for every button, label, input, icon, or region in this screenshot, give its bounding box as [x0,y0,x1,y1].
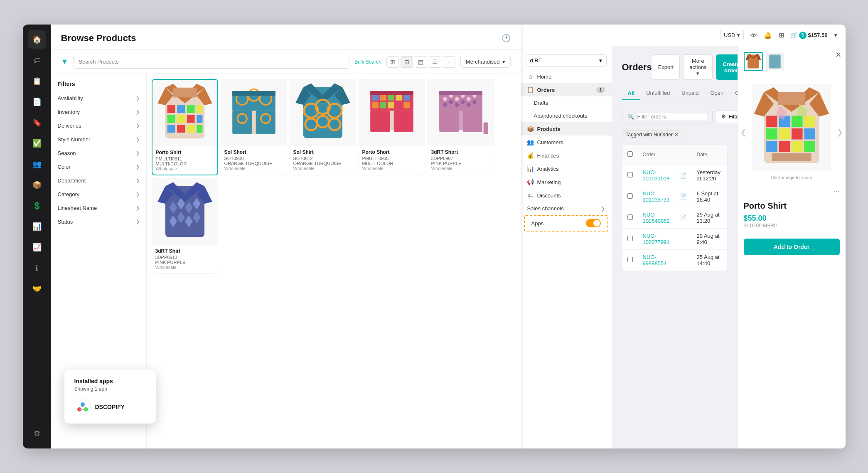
view-toggle-2col[interactable]: ⊞ [386,56,399,68]
view-toggle-compact[interactable]: ▤ [415,56,427,68]
product-card-porto-shirt[interactable]: Porto Shirt PMULTI0611 MULTI-COLOR Whole… [152,79,218,175]
tab-unfulfilled[interactable]: Unfulfilled [640,86,676,100]
sidebar-icon-box[interactable]: 📦 [28,176,46,194]
detail-close-button[interactable]: ✕ [835,50,841,59]
card-star-sol-short[interactable]: ★ [251,129,257,138]
create-order-button[interactable]: Create order [716,54,737,80]
cart-price: $157.50 [808,32,828,38]
view-toggle-list[interactable]: ☰ [429,56,441,68]
row1-checkbox[interactable] [627,172,633,177]
sidebar-icon-handshake[interactable]: 🤝 [28,280,46,298]
filter-department[interactable]: Department ❯ [51,174,146,187]
history-icon[interactable]: 🕐 [502,34,511,43]
card-name-sol-short: Sol Short [224,149,283,155]
orders-header: Orders Export More actions ▾ Create orde… [622,54,728,80]
view-toggle-detail[interactable]: ≡ [443,56,455,68]
row4-order-link[interactable]: NUO-100377991 [643,233,670,245]
store-selector[interactable]: d.RT ▾ [526,54,607,67]
tab-closed[interactable]: Closed [729,86,737,100]
view-toggle-3col[interactable]: ⊟ [401,56,413,68]
sidebar-icon-users[interactable]: 👥 [28,155,46,173]
row5-checkbox[interactable] [627,257,633,262]
orders-search-input[interactable] [637,113,707,120]
filter-availability[interactable]: Availability ❯ [51,91,146,105]
bulk-search-link[interactable]: Bulk Search [354,59,381,65]
add-to-order-button[interactable]: Add to Order [744,239,840,255]
filter-deliveries[interactable]: Deliveries ❯ [51,119,146,133]
detail-next-button[interactable]: ❯ [837,128,843,137]
sidebar-icon-info[interactable]: ℹ [28,259,46,277]
filter-deliveries-label: Deliveries [58,123,81,129]
nav-finances[interactable]: 💰 Finances [521,149,612,162]
row4-checkbox[interactable] [627,236,633,241]
sidebar-icon-dollar[interactable]: 💲 [28,197,46,215]
merchandised-dropdown[interactable]: Merchandised ▾ [460,56,511,68]
bell-icon[interactable]: 🔔 [764,31,772,39]
filter-style-number[interactable]: Style Number ❯ [51,133,146,146]
nav-drafts[interactable]: Drafts [521,96,612,109]
product-card-sol-shirt[interactable]: Sol Shirt SOT0612 ORANGE TURQUOISE Whole… [290,79,356,175]
nav-abandoned[interactable]: Abandoned checkouts [521,109,612,122]
filter-category[interactable]: Category ❯ [51,187,146,201]
nav-products[interactable]: 📦 Products [521,122,612,135]
detail-more-button[interactable]: ··· [738,187,846,195]
tab-all[interactable]: All [622,86,641,100]
row2-checkbox[interactable] [627,193,633,199]
row3-order: NUO-100540952 [638,207,675,229]
nav-discounts[interactable]: 🏷 Discounts [521,189,612,202]
filter-button[interactable]: ⚙ Filter [716,110,738,123]
sidebar-icon-list1[interactable]: 📋 [28,72,46,90]
apps-section[interactable]: Apps [524,215,608,232]
sidebar-icon-bar[interactable]: 📈 [28,238,46,256]
detail-thumb-1[interactable] [744,52,763,71]
currency-selector[interactable]: USD ▾ [720,30,743,40]
filter-inventory[interactable]: Inventory ❯ [51,105,146,119]
card-name-3drt-shirt: 3dRT Shirt [155,248,214,254]
filter-season[interactable]: Season ❯ [51,146,146,160]
filter-status[interactable]: Status ❯ [51,215,146,229]
sidebar-icon-check[interactable]: ✅ [28,134,46,153]
row5-order-link[interactable]: NUO-99888554 [643,254,667,266]
sidebar-icon-bookmark[interactable]: 🔖 [28,113,46,132]
product-card-3drt-short[interactable]: 3dRT Short 3DPP0907 PINK PURPLE Wholesal… [428,79,494,175]
card-zoom-sol-short[interactable]: 🔍 [261,129,270,138]
grid-icon[interactable]: ⊞ [779,31,784,39]
nav-analytics[interactable]: 📊 Analytics [521,162,612,175]
tab-unpaid[interactable]: Unpaid [676,86,704,100]
sidebar-icon-settings[interactable]: ⚙ [28,424,46,443]
product-card-porto-short[interactable]: Porto Short PMULTI0905 MULTI-COLOR Whole… [359,79,425,175]
tab-open[interactable]: Open [704,86,729,100]
product-card-sol-short[interactable]: Sol Short SOT0906 ORANGE TURQUOISE Whole… [221,79,287,175]
filter-season-label: Season [58,150,76,156]
row2-order-link[interactable]: NUO-101033733 [643,190,670,203]
search-input[interactable] [73,55,349,69]
product-card-3drt-shirt[interactable]: 3dRT Shirt 3DPP0613 PINK PURPLE Wholesal… [152,178,218,273]
sidebar-icon-home[interactable]: 🏠 [28,30,46,49]
nav-marketing[interactable]: 📢 Marketing [521,175,612,189]
apps-toggle[interactable] [586,219,601,227]
row3-checkbox[interactable] [627,214,633,220]
visibility-icon[interactable]: 👁 [750,32,757,39]
select-all-checkbox[interactable] [627,151,633,157]
filter-style-number-label: Style Number [58,136,91,143]
sidebar-icon-tag[interactable]: 🏷 [28,51,46,69]
sidebar-icon-list2[interactable]: 📄 [28,93,46,111]
more-actions-button[interactable]: More actions ▾ [683,54,713,80]
nav-home[interactable]: ⌂ Home [521,70,612,83]
discounts-icon: 🏷 [527,192,534,199]
nav-customers[interactable]: 👥 Customers [521,135,612,149]
filter-color[interactable]: Color ❯ [51,160,146,174]
sales-channels-section[interactable]: Sales channels ❯ [521,202,612,215]
row2-check [622,186,638,207]
sidebar-icon-chart[interactable]: 📊 [28,217,46,236]
detail-prev-button[interactable]: ❮ [740,128,747,137]
row1-order-link[interactable]: NUO-101031018 [643,169,670,182]
row3-order-link[interactable]: NUO-100540952 [643,212,670,224]
cart-area[interactable]: 🛒 5 $157.50 [791,32,828,39]
filter-linesheet[interactable]: Linesheet Name ❯ [51,201,146,215]
tag-remove-btn[interactable]: ✕ [674,132,679,138]
nav-orders[interactable]: 📋 Orders 1 [521,83,612,96]
export-button[interactable]: Export [652,54,680,80]
detail-thumb-2[interactable] [765,52,784,71]
card-cart-sol-short[interactable]: 🛒 [237,129,246,138]
